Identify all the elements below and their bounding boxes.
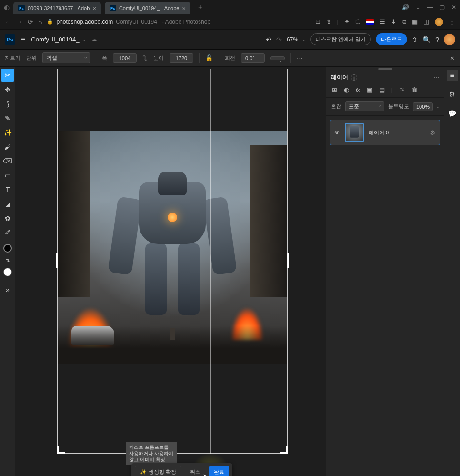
layer-thumbnail[interactable] xyxy=(345,123,364,142)
zoom-level[interactable]: 67% xyxy=(287,36,298,43)
open-desktop-button[interactable]: 데스크탑 앱에서 열기 xyxy=(310,33,371,45)
url-field[interactable]: 🔒 photoshop.adobe.com ComfyUI_00194_ - A… xyxy=(47,19,310,25)
share-icon[interactable]: ⇪ xyxy=(326,18,331,25)
undo-icon[interactable]: ↶ xyxy=(266,36,271,43)
crop-frame[interactable] xyxy=(57,69,288,454)
width-input[interactable] xyxy=(113,53,137,63)
group-icon[interactable]: ▤ xyxy=(379,86,385,93)
layers-stack-icon[interactable]: ≋ xyxy=(400,86,405,93)
height-input[interactable] xyxy=(170,53,193,63)
lasso-tool[interactable]: ⟆ xyxy=(1,97,14,111)
layer-row[interactable]: 👁 레이어 0 ⚙ xyxy=(330,120,440,145)
layer-name[interactable]: 레이어 0 xyxy=(369,129,425,136)
flag-icon[interactable] xyxy=(366,19,374,25)
reading-list-icon[interactable]: ☰ xyxy=(380,18,385,25)
blend-mode-select[interactable]: 표준⌵ xyxy=(345,101,384,111)
download-icon[interactable]: ⬇ xyxy=(391,18,396,25)
canvas-area[interactable]: 텍스트 프롬프트를 사용하거나 사용하지 않고 이미지 확장 ✨ 생성형 확장 … xyxy=(15,67,326,476)
quick-select-tool[interactable]: ✎ xyxy=(1,111,14,125)
qr-icon[interactable]: ▦ xyxy=(412,18,418,25)
more-options-icon[interactable]: ⋯ xyxy=(297,54,303,61)
close-icon[interactable]: × xyxy=(182,5,186,12)
background-color[interactable] xyxy=(3,268,12,276)
shape-tool[interactable]: ▭ xyxy=(1,169,14,182)
visibility-icon[interactable]: 👁 xyxy=(334,129,340,136)
app-menu-icon[interactable]: ◐ xyxy=(4,3,10,11)
install-icon[interactable]: ⊡ xyxy=(315,18,320,25)
search-icon[interactable]: 🔍 xyxy=(422,36,430,43)
clone-tool[interactable]: ✿ xyxy=(1,212,14,225)
browser-tab-1[interactable]: Ps 00093-3241793657 - Adob × xyxy=(13,2,101,14)
user-avatar[interactable] xyxy=(444,34,455,45)
close-options-icon[interactable]: × xyxy=(450,54,454,62)
adjustment-icon[interactable]: ◐ xyxy=(344,86,349,93)
close-icon[interactable]: × xyxy=(92,5,96,12)
done-button[interactable]: 완료 xyxy=(209,466,229,476)
foreground-color[interactable] xyxy=(3,244,12,253)
chevron-down-icon[interactable]: ⌵ xyxy=(437,104,439,109)
new-tab-button[interactable]: + xyxy=(198,3,202,11)
menu-icon[interactable]: ⋮ xyxy=(449,18,455,25)
crop-tool[interactable]: ✂ xyxy=(1,69,14,82)
lock-aspect-icon[interactable]: 🔓 xyxy=(205,54,213,61)
document-title[interactable]: ComfyUI_00194_ ⌵ ☁ xyxy=(31,36,97,43)
layer-settings-icon[interactable]: ⚙ xyxy=(430,129,436,136)
adjustments-rail-icon[interactable]: ⚙ xyxy=(447,89,458,100)
chevron-down-icon[interactable]: ⌵ xyxy=(303,37,306,42)
rotation-input[interactable]: 0.0° xyxy=(241,53,265,63)
photoshop-logo[interactable]: Ps xyxy=(5,34,15,45)
swap-icon[interactable]: ⇅ xyxy=(142,54,148,61)
layers-rail-icon[interactable]: ≡ xyxy=(447,70,458,81)
browser-urlbar: ← → ⟳ ⌂ 🔒 photoshop.adobe.com ComfyUI_00… xyxy=(0,14,460,30)
redo-icon[interactable]: ↷ xyxy=(276,36,282,43)
swap-colors-icon[interactable]: ⇅ xyxy=(1,253,14,267)
generative-expand-button[interactable]: ✨ 생성형 확장 xyxy=(135,466,181,476)
eyedropper-tool[interactable]: ✐ xyxy=(1,226,14,239)
move-tool[interactable]: ✥ xyxy=(1,83,14,96)
close-window-icon[interactable]: ✕ xyxy=(451,4,456,10)
eraser-tool[interactable]: ⌫ xyxy=(1,154,14,168)
chevron-down-icon[interactable]: ⌄ xyxy=(416,4,420,10)
home-icon[interactable]: ⌂ xyxy=(38,18,42,26)
maximize-icon[interactable]: ▢ xyxy=(440,4,445,10)
gradient-tool[interactable]: ◢ xyxy=(1,197,14,211)
opacity-input[interactable] xyxy=(413,102,433,111)
panel-drag-handle[interactable] xyxy=(326,67,444,71)
sidepanel-icon[interactable]: ◫ xyxy=(423,18,429,25)
screenshot-icon[interactable]: ⧉ xyxy=(402,18,406,26)
layers-panel-title: 레이어 xyxy=(331,73,348,81)
crop-handle-bottom-left[interactable] xyxy=(57,446,59,454)
fx-icon[interactable]: fx xyxy=(356,87,360,93)
download-button[interactable]: 다운로드 xyxy=(376,33,407,45)
crop-handle-bottom-right[interactable] xyxy=(286,446,288,454)
chevron-down-icon[interactable]: ⌵ xyxy=(82,37,85,42)
shield-icon[interactable]: ⬡ xyxy=(355,18,360,25)
ps-favicon: Ps xyxy=(18,5,25,11)
share-icon[interactable]: ⇧ xyxy=(412,36,418,43)
add-layer-icon[interactable]: ⊞ xyxy=(332,86,337,93)
info-icon[interactable]: i xyxy=(351,74,357,81)
comments-rail-icon[interactable]: 💬 xyxy=(447,108,458,119)
wand-tool[interactable]: ✨ xyxy=(1,126,14,139)
minimize-icon[interactable]: — xyxy=(427,4,433,10)
forward-icon[interactable]: → xyxy=(16,18,23,26)
cancel-button[interactable]: 취소 xyxy=(185,466,205,476)
reload-icon[interactable]: ⟳ xyxy=(28,18,33,26)
mask-icon[interactable]: ▣ xyxy=(367,86,372,93)
crop-handle-right[interactable] xyxy=(287,253,289,268)
hamburger-icon[interactable]: ≡ xyxy=(21,35,25,44)
extensions-icon[interactable]: ✦ xyxy=(344,18,350,25)
delete-layer-icon[interactable]: 🗑 xyxy=(411,86,418,93)
text-tool[interactable]: T xyxy=(1,183,14,196)
volume-icon[interactable]: 🔊 xyxy=(402,4,409,10)
unit-select[interactable]: 픽셀⌵ xyxy=(42,52,90,63)
profile-avatar[interactable] xyxy=(435,18,443,26)
crop-handle-left[interactable] xyxy=(56,253,58,268)
brush-tool[interactable]: 🖌 xyxy=(1,140,14,153)
help-icon[interactable]: ? xyxy=(435,36,439,43)
rotation-dropdown[interactable]: ⌵ xyxy=(270,56,285,60)
panel-menu-icon[interactable]: ⋯ xyxy=(433,74,439,81)
back-icon[interactable]: ← xyxy=(5,18,11,26)
more-tools-icon[interactable]: » xyxy=(1,283,14,296)
browser-tab-2[interactable]: Ps ComfyUI_00194_ - Adobe × xyxy=(105,2,190,14)
